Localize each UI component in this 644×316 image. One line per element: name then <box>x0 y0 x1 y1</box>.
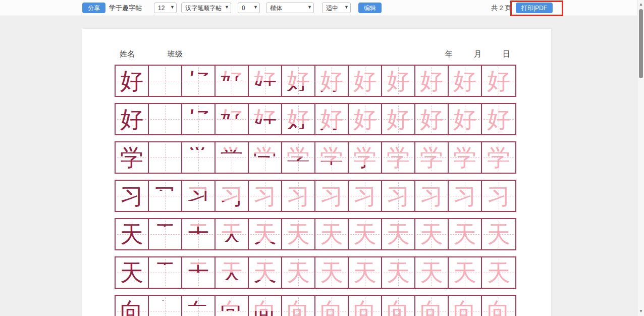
grid-row: 向向向向向向向向向向向向向向向向向向 <box>115 295 516 316</box>
grid-cell: 好好 <box>249 66 282 96</box>
grid-cell: 天天 <box>216 257 249 288</box>
grid-cell: 向向 <box>282 296 315 316</box>
grid-cell: 好好 <box>149 104 182 134</box>
scroll-up-arrow-icon[interactable]: ▲ <box>637 1 644 8</box>
grid-cell: 学 <box>116 142 149 173</box>
stroke-offset-select[interactable]: 0 <box>238 3 260 13</box>
grid-cell: 好 <box>382 104 415 134</box>
character-glyph: 好 <box>449 104 481 134</box>
guide-line-vertical <box>165 144 166 171</box>
font-style-select[interactable]: 楷体 <box>266 3 314 13</box>
grid-cell: 学学 <box>216 142 249 173</box>
grid-cell: 好好 <box>315 66 349 96</box>
grid-row: 天天天天天天天天天天天天天天天天 <box>115 218 516 250</box>
grid-cell: 天 <box>315 219 349 249</box>
month-label: 月 <box>474 49 481 59</box>
grid-cell: 向 <box>449 296 482 316</box>
grid-cell: 天 <box>116 219 149 249</box>
character-glyph: 向 <box>116 296 148 316</box>
character-glyph: 天 <box>315 257 348 288</box>
guide-line-vertical <box>165 67 166 94</box>
grid-cell: 向 <box>116 296 149 316</box>
grid-cell: 天 <box>482 219 515 249</box>
grid-cell: 好 <box>116 66 149 96</box>
scroll-down-arrow-icon[interactable]: ▼ <box>637 308 644 315</box>
grid-cell: 向 <box>349 296 382 316</box>
grid-cell: 习 <box>449 181 482 211</box>
grid-cell: 好好 <box>149 66 182 96</box>
grid-cell: 天 <box>449 257 482 288</box>
share-button[interactable]: 分享 <box>82 3 105 13</box>
grid-cell: 天天 <box>182 257 216 288</box>
grid-cell: 好好 <box>182 104 216 134</box>
character-glyph: 好 <box>116 104 148 134</box>
density-select[interactable]: 适中 <box>322 3 351 13</box>
grid-cell: 学学 <box>282 142 315 173</box>
grid-cell: 学学 <box>349 142 382 173</box>
character-glyph: 天 <box>349 219 381 249</box>
grid-cell: 好 <box>415 66 449 96</box>
character-glyph: 好 <box>482 104 515 134</box>
app-title: 学于趣字帖 <box>109 3 142 13</box>
year-label: 年 <box>445 49 453 59</box>
grid-cell: 学学 <box>249 142 282 173</box>
print-pdf-button[interactable]: 打印|PDF <box>516 3 553 13</box>
character-glyph: 习 <box>282 181 314 211</box>
grid-cell: 好好 <box>182 66 216 96</box>
name-label: 姓名 <box>120 49 135 59</box>
character-glyph: 学 <box>382 142 414 173</box>
character-glyph: 天 <box>482 219 515 249</box>
grid-cell: 学 <box>449 142 482 173</box>
edit-button[interactable]: 编辑 <box>358 3 382 13</box>
scrollbar-thumb[interactable] <box>639 9 643 78</box>
grid-cell: 习 <box>282 181 315 211</box>
grid-row: 习习习习习习习习习习习习习习习 <box>115 180 516 212</box>
character-glyph: 习 <box>415 181 448 211</box>
grid-cell: 天 <box>116 257 149 288</box>
character-glyph: 学 <box>449 142 481 173</box>
character-glyph: 天 <box>315 219 348 249</box>
character-glyph: 天 <box>116 219 148 249</box>
character-glyph: 好 <box>449 66 481 96</box>
character-glyph: 习 <box>382 181 414 211</box>
grid-cell: 天天 <box>249 219 282 249</box>
character-glyph: 好 <box>116 66 148 96</box>
grid-cell: 学 <box>415 142 449 173</box>
grid-cell: 习 <box>116 181 149 211</box>
character-glyph: 好 <box>349 104 381 134</box>
character-glyph: 习 <box>482 181 515 211</box>
character-glyph: 习 <box>249 181 281 211</box>
grid-cell: 天天 <box>149 219 182 249</box>
character-glyph: 天 <box>282 219 314 249</box>
grid-cell: 天 <box>482 257 515 288</box>
toolbar: 分享 学于趣字帖 12 ▼ 汉字笔顺字帖 ▼ 0 ▼ 楷体 ▼ 适中 ▼ 编辑 … <box>0 0 644 16</box>
character-glyph: 天 <box>415 257 448 288</box>
grid-cell: 天天 <box>216 219 249 249</box>
character-glyph: 天 <box>382 257 414 288</box>
character-glyph: 好 <box>349 66 381 96</box>
template-select[interactable]: 汉字笔顺字帖 <box>181 3 231 13</box>
character-glyph: 天 <box>449 219 481 249</box>
grid-cell: 学学 <box>149 142 182 173</box>
grid-cell: 天天 <box>249 257 282 288</box>
grid-cell: 学 <box>482 142 515 173</box>
grid-cell: 好 <box>415 104 449 134</box>
character-glyph: 好 <box>382 104 414 134</box>
font-size-select[interactable]: 12 <box>154 3 177 13</box>
vertical-scrollbar[interactable]: ▲ ▼ <box>637 0 644 316</box>
grid-row: 学学学学学学学学学学学学学学学学学学学学 <box>115 141 516 174</box>
grid-cell: 习习 <box>216 181 249 211</box>
grid-cell: 好好 <box>282 104 315 134</box>
character-glyph: 天 <box>382 219 414 249</box>
grid-cell: 天天 <box>182 219 216 249</box>
grid-cell: 习 <box>249 181 282 211</box>
character-glyph: 学 <box>116 142 148 173</box>
grid-row: 好好好好好好好好好好好好好好好好好好 <box>115 103 516 135</box>
grid-cell: 好 <box>382 66 415 96</box>
page-count-label: 共 2 页 <box>491 3 511 13</box>
character-glyph: 向 <box>282 296 314 316</box>
grid-cell: 好 <box>116 104 149 134</box>
grid-cell: 习习 <box>182 181 216 211</box>
grid-cell: 好 <box>482 104 515 134</box>
grid-cell: 好 <box>482 66 515 96</box>
